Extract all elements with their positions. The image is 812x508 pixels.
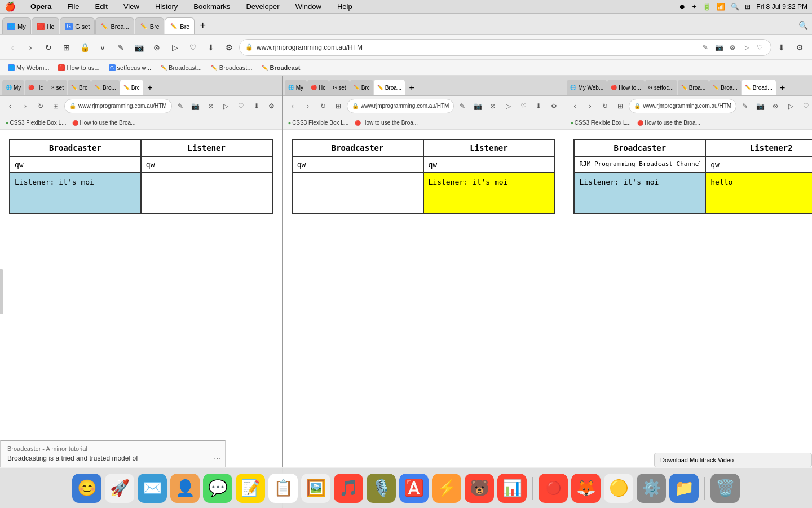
panel-1-tab-my[interactable]: 🌐My (2, 80, 24, 95)
dock-filezilla[interactable]: ⚡ (432, 474, 461, 503)
panel-2-listener-input[interactable] (426, 159, 552, 170)
dock-opera[interactable]: 🔴 (539, 474, 568, 503)
panel-1-tab-brc2[interactable]: ✏️Brc (120, 80, 143, 95)
address-bar[interactable]: 🔒 www.rjmprogramming.com.au/HTM ✎ 📷 ⊗ ▷ … (239, 39, 771, 56)
panel-2-listener-textarea[interactable]: Listener: it's moi (426, 176, 552, 209)
panel-1-settings[interactable]: ⚙ (265, 99, 279, 113)
panel-2-reload[interactable]: ↻ (316, 99, 330, 113)
panel-1-broadcaster-textarea[interactable]: Listener: it's moi (12, 176, 138, 209)
panel-3-reload[interactable]: ↻ (598, 99, 612, 113)
panel-1-tab-gset[interactable]: Gset (47, 80, 67, 95)
tab-brc1[interactable]: ✏️ Brc (135, 17, 165, 34)
panel-1-download[interactable]: ⬇ (250, 99, 263, 113)
view-menu[interactable]: View (120, 1, 143, 12)
panel-3-tab-setfocus[interactable]: Gsetfoc... (645, 80, 677, 95)
panel-3-listener-textarea[interactable]: hello (708, 176, 812, 209)
panel-2-address[interactable]: 🔒 www.rjmprogramming.com.au/HTM (347, 99, 454, 113)
dock-finder[interactable]: 😊 (72, 474, 102, 503)
panel-2-back[interactable]: ‹ (286, 99, 299, 113)
dock-launchpad[interactable]: 🚀 (105, 474, 134, 503)
workspace-button[interactable]: ⊞ (59, 40, 74, 55)
panel-1-block[interactable]: ⊗ (204, 99, 218, 113)
panel-1-camera[interactable]: 📷 (189, 99, 202, 113)
bookmark-setfocus[interactable]: G setfocus w... (105, 63, 155, 72)
history-menu[interactable]: History (152, 1, 181, 12)
panel-1-tab-brc[interactable]: ✏️Brc (68, 80, 91, 95)
panel-2-workspace[interactable]: ⊞ (332, 99, 345, 113)
download-button[interactable]: ⬇ (203, 40, 219, 55)
search-icon[interactable]: 🔍 (731, 3, 739, 11)
panel-3-back[interactable]: ‹ (568, 99, 581, 113)
bottom-panel-more-button[interactable]: ··· (214, 453, 220, 462)
more-button[interactable]: ⚙ (792, 40, 807, 55)
forward-button[interactable]: › (23, 40, 38, 55)
play-address-icon[interactable]: ▷ (740, 42, 752, 53)
panel-2-tab-brc[interactable]: ✏️Brc (350, 80, 373, 95)
dock-photos[interactable]: 🖼️ (301, 474, 330, 503)
tab-search-button[interactable]: 🔍 (796, 19, 810, 32)
panel-1-edit[interactable]: ✎ (174, 99, 187, 113)
dock-podcasts[interactable]: 🎙️ (367, 474, 396, 503)
panel-3-camera[interactable]: 📷 (753, 99, 767, 113)
reload-button[interactable]: ↻ (41, 40, 56, 55)
dock-notes[interactable]: 📝 (236, 474, 265, 503)
shield-button[interactable]: 🔒 (77, 40, 92, 55)
tab-broad1[interactable]: ✏️ Broa... (95, 17, 134, 34)
panel-1-tab-broad[interactable]: ✏️Bro... (91, 80, 120, 95)
dock-mail[interactable]: ✉️ (138, 474, 167, 503)
tab-hc[interactable]: 🔴 Hc (32, 17, 59, 34)
dock-firefox[interactable]: 🦊 (571, 474, 601, 503)
dock-apps[interactable]: 🅰️ (399, 474, 429, 503)
panel-2-new-tab[interactable]: + (405, 82, 418, 94)
panel-3-broadcaster-input[interactable] (577, 159, 703, 169)
file-menu[interactable]: File (64, 1, 83, 12)
edit-menu[interactable]: Edit (92, 1, 111, 12)
dock-trash[interactable]: 🗑️ (710, 474, 740, 503)
bookmark-broadcast2[interactable]: ✏️ Broadcast... (208, 63, 256, 72)
panel-1-reload[interactable]: ↻ (34, 99, 47, 113)
panel-3-bookmark-css[interactable]: ● CSS3 Flexible Box L... (568, 119, 633, 126)
apple-menu[interactable]: 🍎 (5, 1, 16, 12)
panel-2-tab-hc[interactable]: 🔴Hc (307, 80, 329, 95)
panel-1-forward[interactable]: › (19, 99, 32, 113)
panel-3-tab-broadcast[interactable]: ✏️Broad... (742, 80, 776, 95)
settings-button[interactable]: ⚙ (221, 40, 237, 55)
edit-address-icon[interactable]: ✎ (700, 42, 711, 53)
heart-button[interactable]: ♡ (185, 40, 201, 55)
panel-2-tab-my[interactable]: 🌐My (285, 80, 307, 95)
screenshot-icon[interactable]: 📷 (713, 42, 725, 53)
bookmark-broadcast1[interactable]: ✏️ Broadcast... (157, 63, 205, 72)
back-button[interactable]: ‹ (5, 40, 20, 55)
camera-button[interactable]: 📷 (131, 40, 147, 55)
panel-3-tab-howtouse[interactable]: 🔴How to... (607, 80, 644, 95)
panel-3-address[interactable]: 🔒 www.rjmprogramming.com.au/HTM (629, 99, 736, 113)
panel-3-heart[interactable]: ♡ (799, 99, 812, 113)
new-tab-button[interactable]: + (195, 17, 211, 33)
panel-1-address[interactable]: 🔒 www.rjmprogramming.com.au/HTM (64, 99, 172, 113)
bookmark-broadcast3[interactable]: ✏️ Broadcast (258, 63, 304, 72)
dock-bear[interactable]: 🐻 (465, 474, 494, 503)
panel-2-heart[interactable]: ♡ (517, 99, 530, 113)
panel-2-broadcaster-textarea[interactable] (295, 176, 421, 209)
bookmark-mywebm[interactable]: 🌐 My Webm... (5, 63, 52, 72)
dock-system-prefs[interactable]: ⚙️ (637, 474, 666, 503)
window-menu[interactable]: Window (292, 1, 325, 12)
dock-messages[interactable]: 💬 (203, 474, 232, 503)
dock-reminders[interactable]: 📋 (268, 474, 298, 503)
panel-1-back[interactable]: ‹ (3, 99, 17, 113)
dock-contacts[interactable]: 👤 (170, 474, 200, 503)
panel-1-tab-hc[interactable]: 🔴Hc (25, 80, 46, 95)
panel-2-camera[interactable]: 📷 (471, 99, 484, 113)
heart-address-icon[interactable]: ♡ (754, 42, 765, 53)
panel-3-listener-input[interactable] (708, 159, 812, 170)
dock-activity[interactable]: 📊 (497, 474, 527, 503)
panel-3-bookmark-howto[interactable]: 🔴 How to use the Broa... (635, 119, 703, 126)
panel-1-new-tab[interactable]: + (144, 82, 156, 94)
panel-2-tab-gset[interactable]: Gset (329, 80, 349, 95)
panel-3-workspace[interactable]: ⊞ (614, 99, 627, 113)
panel-1-listener-input[interactable] (144, 159, 270, 170)
panel-1-bookmark-css[interactable]: ● CSS3 Flexible Box L... (3, 119, 68, 126)
panel-3-forward[interactable]: › (583, 99, 597, 113)
panel-3-edit[interactable]: ✎ (738, 99, 752, 113)
panel-1-broadcaster-input[interactable] (12, 159, 138, 170)
